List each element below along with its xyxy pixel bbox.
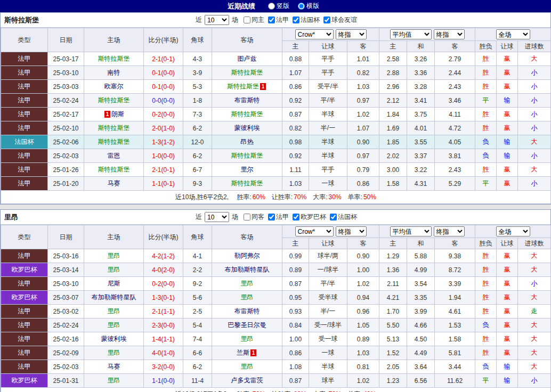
score-cell[interactable]: 2-1(1-1) <box>144 305 183 318</box>
score-cell[interactable]: 1-3(0-1) <box>144 291 183 305</box>
score-cell[interactable]: 0-2(0-0) <box>144 108 183 121</box>
home-team-cell[interactable]: 里昂 <box>84 374 144 388</box>
away-team-cell[interactable]: 斯特拉斯堡 <box>212 149 282 163</box>
score-cell[interactable]: 0-1(0-0) <box>144 80 183 94</box>
score-cell[interactable]: 2-1(0-1) <box>144 163 183 177</box>
home-team-cell[interactable]: 南特 <box>84 66 144 80</box>
match-count-select[interactable]: 10 <box>205 15 229 25</box>
filter-checkbox-input[interactable] <box>323 17 330 23</box>
away-odds-cell: 0.81 <box>347 360 379 374</box>
score-cell[interactable]: 4-0(1-0) <box>144 346 183 360</box>
corner-cell: 5-6 <box>183 291 212 305</box>
away-team-cell[interactable]: 斯特拉斯堡 <box>212 108 282 121</box>
home-team-cell[interactable]: 斯特拉斯堡 <box>84 121 144 135</box>
home-team-cell[interactable]: 蒙彼利埃 <box>84 332 144 346</box>
scope-select[interactable]: 全场 <box>496 226 530 236</box>
layout-radio-input[interactable] <box>298 3 305 10</box>
filter-checkbox-input[interactable] <box>330 214 337 220</box>
odds-type-select[interactable]: 终指 <box>336 226 367 236</box>
team-name-text: 雷恩 <box>108 152 120 159</box>
home-team-cell[interactable]: 雷恩 <box>84 149 144 163</box>
home-team-cell[interactable]: 斯特拉斯堡 <box>84 94 144 108</box>
home-team-cell[interactable]: 1朗斯 <box>84 108 144 121</box>
away-team-cell[interactable]: 昂热 <box>212 135 282 149</box>
score-cell[interactable]: 0-1(0-0) <box>144 66 183 80</box>
away-team-cell[interactable]: 里昂 <box>212 332 282 346</box>
home-team-cell[interactable]: 斯特拉斯堡 <box>84 52 144 66</box>
home-team-cell[interactable]: 布加勒斯特星队 <box>84 291 144 305</box>
score-cell[interactable]: 4-0(2-0) <box>144 263 183 277</box>
score-cell[interactable]: 2-0(1-0) <box>144 121 183 135</box>
home-team-cell[interactable]: 里昂 <box>84 305 144 318</box>
score-cell[interactable]: 1-3(1-2) <box>144 135 183 149</box>
away-team-cell[interactable]: 布雷斯特 <box>212 305 282 318</box>
home-team-cell[interactable]: 欧塞尔 <box>84 80 144 94</box>
average-type-select[interactable]: 终指 <box>434 29 465 39</box>
filter-checkbox[interactable]: 欧罗巴杯 <box>289 213 326 222</box>
away-team-cell[interactable]: 斯特拉斯堡 <box>212 66 282 80</box>
away-team-cell[interactable]: 图卢兹 <box>212 52 282 66</box>
score-cell[interactable]: 1-4(1-1) <box>144 332 183 346</box>
score-cell[interactable]: 2-3(0-0) <box>144 318 183 332</box>
corner-cell: 2-5 <box>183 305 212 318</box>
away-team-cell[interactable]: 巴黎圣日尔曼 <box>212 318 282 332</box>
filter-checkbox[interactable]: 同客 <box>240 213 264 222</box>
match-count-select[interactable]: 10 <box>205 212 229 222</box>
average-type-select[interactable]: 终指 <box>434 226 465 236</box>
home-team-cell[interactable]: 里昂 <box>84 346 144 360</box>
filter-checkbox-input[interactable] <box>268 17 275 23</box>
filter-checkbox[interactable]: 法甲 <box>264 213 289 222</box>
filter-checkbox[interactable]: 球会友谊 <box>320 15 357 24</box>
away-team-cell[interactable]: 里昂 <box>212 360 282 374</box>
filter-checkbox-input[interactable] <box>268 214 275 220</box>
home-team-cell[interactable]: 斯特拉斯堡 <box>84 163 144 177</box>
filter-checkbox[interactable]: 同主 <box>240 15 264 24</box>
layout-radio-input[interactable] <box>268 3 275 10</box>
score-cell[interactable]: 3-2(0-0) <box>144 360 183 374</box>
away-team-cell[interactable]: 兰斯1 <box>212 346 282 360</box>
odds-source-select[interactable]: Crow* <box>295 226 334 236</box>
score-cell[interactable]: 0-0(0-0) <box>144 94 183 108</box>
away-team-cell[interactable]: 里尔 <box>212 163 282 177</box>
odds-source-select[interactable]: Crow* <box>295 29 334 39</box>
team-name-text: 卢多戈雷茨 <box>231 377 263 384</box>
scope-select[interactable]: 全场 <box>496 29 530 39</box>
filter-checkbox[interactable]: 法国杯 <box>289 15 320 24</box>
away-team-cell[interactable]: 卢多戈雷茨 <box>212 374 282 388</box>
away-team-cell[interactable]: 斯特拉斯堡 <box>212 177 282 191</box>
home-team-cell[interactable]: 里昂 <box>84 318 144 332</box>
average-select[interactable]: 平均值 <box>390 29 432 39</box>
home-team-cell[interactable]: 马赛 <box>84 177 144 191</box>
home-team-cell[interactable]: 尼斯 <box>84 277 144 291</box>
filter-checkbox-input[interactable] <box>293 214 299 220</box>
away-team-cell[interactable]: 布雷斯特 <box>212 94 282 108</box>
score-cell[interactable]: 1-0(0-0) <box>144 149 183 163</box>
subcol-avg-away: 客 <box>435 41 475 52</box>
away-team-cell[interactable]: 勒阿弗尔 <box>212 249 282 263</box>
home-team-cell[interactable]: 马赛 <box>84 360 144 374</box>
score-cell[interactable]: 2-1(0-1) <box>144 52 183 66</box>
score-cell[interactable]: 0-2(0-0) <box>144 277 183 291</box>
home-team-cell[interactable]: 里昂 <box>84 249 144 263</box>
filter-checkbox[interactable]: 法甲 <box>264 15 289 24</box>
filter-checkbox-input[interactable] <box>244 214 250 220</box>
away-team-cell[interactable]: 里昂 <box>212 277 282 291</box>
team-name-text: 勒阿弗尔 <box>234 252 260 259</box>
score-cell[interactable]: 4-2(1-2) <box>144 249 183 263</box>
filter-checkbox[interactable]: 法国杯 <box>326 213 357 222</box>
layout-radio[interactable]: 横版 <box>298 2 319 11</box>
filter-checkbox-input[interactable] <box>244 17 250 23</box>
away-team-cell[interactable]: 斯特拉斯堡1 <box>212 80 282 94</box>
filter-checkbox-input[interactable] <box>293 17 299 23</box>
date-cell: 25-03-14 <box>48 263 84 277</box>
away-team-cell[interactable]: 布加勒斯特星队 <box>212 263 282 277</box>
away-team-cell[interactable]: 里昂 <box>212 291 282 305</box>
odds-type-select[interactable]: 终指 <box>336 29 367 39</box>
away-team-cell[interactable]: 蒙彼利埃 <box>212 121 282 135</box>
score-cell[interactable]: 1-1(0-0) <box>144 374 183 388</box>
average-select[interactable]: 平均值 <box>390 226 432 236</box>
score-cell[interactable]: 1-1(0-1) <box>144 177 183 191</box>
layout-radio[interactable]: 竖版 <box>268 2 289 11</box>
home-team-cell[interactable]: 里昂 <box>84 263 144 277</box>
home-team-cell[interactable]: 斯特拉斯堡 <box>84 135 144 149</box>
